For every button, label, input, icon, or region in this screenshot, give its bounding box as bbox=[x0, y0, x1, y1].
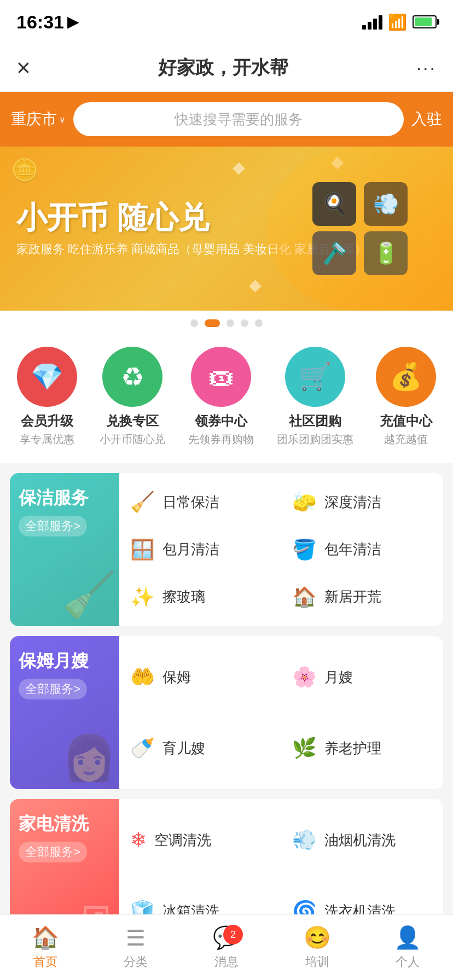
nav-bar: × 好家政，开水帮 ··· bbox=[0, 44, 453, 92]
ac-clean-label: 空调清洗 bbox=[154, 831, 211, 850]
service-title-jiadian: 家电清洗 bbox=[19, 812, 111, 836]
battery-icon bbox=[413, 15, 437, 28]
service-left-baomuyue[interactable]: 保姆月嫂 全部服务> 👩 bbox=[10, 636, 119, 789]
service-bg-icon-baomuyue: 👩 bbox=[62, 732, 117, 784]
service-title-baomuyue: 保姆月嫂 bbox=[19, 649, 111, 673]
nav-item-home[interactable]: 🏠 首页 bbox=[0, 925, 91, 970]
banner-diamond-icon-1: ◆ bbox=[233, 158, 245, 177]
service-section-baomuyue: 保姆月嫂 全部服务> 👩 🤲 保姆 🌸 月嫂 🍼 育儿嫂 🌿 养老护理 bbox=[10, 636, 443, 789]
nav-label-profile: 个人 bbox=[396, 954, 420, 970]
quick-sub-4: 越充越值 bbox=[384, 432, 428, 447]
service-left-baojie[interactable]: 保洁服务 全部服务> 🧹 bbox=[10, 473, 119, 626]
banner[interactable]: 小开币 随心兑 家政服务 吃住游乐养 商城商品（母婴用品 美妆日化 家居百货等）… bbox=[0, 147, 453, 311]
search-bar[interactable]: 快速搜寻需要的服务 bbox=[73, 102, 404, 136]
status-bar: 16:31 ▶ 📶 bbox=[0, 0, 453, 44]
yearly-clean-icon: 🪣 bbox=[292, 538, 317, 561]
register-button[interactable]: 入驻 bbox=[411, 109, 442, 130]
quick-sub-3: 团乐团购团实惠 bbox=[277, 432, 353, 447]
header-bar: 重庆市 ∨ 快速搜寻需要的服务 入驻 bbox=[0, 92, 453, 147]
service-item-daily-clean[interactable]: 🧹 日常保洁 bbox=[119, 479, 281, 526]
service-item-newhouse-clean[interactable]: 🏠 新居开荒 bbox=[281, 573, 443, 621]
service-all-btn-jiadian[interactable]: 全部服务> bbox=[19, 842, 87, 862]
page-title: 好家政，开水帮 bbox=[158, 55, 288, 80]
location-icon: ▶ bbox=[67, 14, 78, 31]
service-item-rangehood-clean[interactable]: 💨 油烟机清洗 bbox=[281, 804, 443, 876]
nav-item-message[interactable]: 💬 2 消息 bbox=[181, 925, 272, 970]
banner-dots bbox=[0, 311, 453, 336]
nav-label-training: 培训 bbox=[305, 954, 329, 970]
daily-clean-icon: 🧹 bbox=[130, 491, 155, 514]
banner-diamond-icon-3: ◆ bbox=[249, 275, 262, 294]
service-grid-baojie: 🧹 日常保洁 🧽 深度清洁 🪟 包月清洁 🪣 包年清洁 ✨ 擦玻璃 🏠 新 bbox=[119, 473, 443, 626]
nav-item-training[interactable]: 😊 培训 bbox=[272, 925, 363, 970]
dot-0[interactable] bbox=[190, 319, 198, 327]
service-section-baojie: 保洁服务 全部服务> 🧹 🧹 日常保洁 🧽 深度清洁 🪟 包月清洁 🪣 包年清洁 bbox=[10, 473, 443, 626]
nav-item-profile[interactable]: 👤 个人 bbox=[362, 925, 453, 970]
status-icons: 📶 bbox=[362, 13, 437, 31]
quick-item-2[interactable]: 🎟 领券中心 先领券再购物 bbox=[188, 347, 254, 447]
elderly-care-label: 养老护理 bbox=[324, 739, 381, 758]
quick-sub-2: 先领券再购物 bbox=[188, 432, 254, 447]
quick-label-0: 会员升级 bbox=[21, 412, 73, 430]
service-title-baojie: 保洁服务 bbox=[19, 486, 111, 510]
deep-clean-label: 深度清洁 bbox=[324, 493, 381, 512]
bottom-nav: 🏠 首页 ☰ 分类 💬 2 消息 😊 培训 👤 个人 bbox=[0, 914, 453, 980]
coupon-center-icon: 🎟 bbox=[191, 347, 251, 407]
banner-container: 小开币 随心兑 家政服务 吃住游乐养 商城商品（母婴用品 美妆日化 家居百货等）… bbox=[0, 147, 453, 336]
more-button[interactable]: ··· bbox=[416, 57, 437, 78]
quick-label-1: 兑换专区 bbox=[106, 412, 159, 430]
service-item-window-clean[interactable]: ✨ 擦玻璃 bbox=[119, 573, 281, 621]
elderly-care-icon: 🌿 bbox=[292, 737, 317, 760]
service-bg-icon-baojie: 🧹 bbox=[62, 569, 117, 621]
quick-item-1[interactable]: ♻ 兑换专区 小开币随心兑 bbox=[100, 347, 165, 447]
dot-1[interactable] bbox=[205, 319, 220, 327]
newhouse-clean-label: 新居开荒 bbox=[324, 587, 381, 606]
close-button[interactable]: × bbox=[16, 54, 31, 81]
dot-4[interactable] bbox=[255, 319, 263, 327]
city-arrow-icon: ∨ bbox=[59, 114, 66, 125]
recharge-center-icon: 💰 bbox=[376, 347, 436, 407]
city-label: 重庆市 bbox=[11, 109, 57, 130]
service-all-btn-baomuyue[interactable]: 全部服务> bbox=[19, 679, 87, 699]
yuersao-icon: 🍼 bbox=[130, 737, 155, 760]
quick-item-0[interactable]: 💎 会员升级 享专属优惠 bbox=[17, 347, 77, 447]
member-upgrade-icon: 💎 bbox=[17, 347, 77, 407]
service-item-monthly-clean[interactable]: 🪟 包月清洁 bbox=[119, 526, 281, 574]
monthly-clean-label: 包月清洁 bbox=[162, 540, 219, 559]
quick-icons-row: 💎 会员升级 享专属优惠 ♻ 兑换专区 小开币随心兑 🎟 领券中心 先领券再购物… bbox=[0, 336, 453, 463]
service-item-baomoo[interactable]: 🤲 保姆 bbox=[119, 641, 281, 713]
status-time: 16:31 ▶ bbox=[16, 11, 78, 33]
service-item-yuesao[interactable]: 🌸 月嫂 bbox=[281, 641, 443, 713]
nav-label-category: 分类 bbox=[124, 954, 148, 970]
city-selector[interactable]: 重庆市 ∨ bbox=[11, 109, 66, 130]
service-title-weixiu: 家电维修 bbox=[19, 975, 111, 980]
nav-item-category[interactable]: ☰ 分类 bbox=[91, 925, 182, 970]
time-display: 16:31 bbox=[16, 11, 64, 33]
quick-label-3: 社区团购 bbox=[289, 412, 341, 430]
monthly-clean-icon: 🪟 bbox=[130, 538, 155, 561]
quick-item-3[interactable]: 🛒 社区团购 团乐团购团实惠 bbox=[277, 347, 353, 447]
quick-item-4[interactable]: 💰 充值中心 越充越值 bbox=[376, 347, 436, 447]
category-icon: ☰ bbox=[126, 925, 146, 950]
quick-label-4: 充值中心 bbox=[380, 412, 432, 430]
service-item-yuersa[interactable]: 🍼 育儿嫂 bbox=[119, 713, 281, 784]
message-badge: 2 bbox=[223, 925, 243, 944]
service-grid-baomuyue: 🤲 保姆 🌸 月嫂 🍼 育儿嫂 🌿 养老护理 bbox=[119, 636, 443, 789]
exchange-zone-icon: ♻ bbox=[102, 347, 162, 407]
baomoo-label: 保姆 bbox=[162, 668, 191, 687]
service-item-ac-clean[interactable]: ❄ 空调清洗 bbox=[119, 804, 281, 876]
service-item-yearly-clean[interactable]: 🪣 包年清洁 bbox=[281, 526, 443, 574]
rangehood-clean-icon: 💨 bbox=[292, 829, 317, 851]
banner-products-area: 🍳 💨 🪒 🔋 bbox=[267, 147, 453, 311]
window-clean-icon: ✨ bbox=[130, 586, 155, 609]
service-item-deep-clean[interactable]: 🧽 深度清洁 bbox=[281, 479, 443, 526]
dot-3[interactable] bbox=[241, 319, 248, 327]
search-placeholder: 快速搜寻需要的服务 bbox=[175, 110, 303, 129]
yearly-clean-label: 包年清洁 bbox=[324, 540, 381, 559]
dot-2[interactable] bbox=[226, 319, 234, 327]
rangehood-clean-label: 油烟机清洗 bbox=[324, 831, 396, 850]
nav-label-message: 消息 bbox=[214, 954, 239, 970]
baomoo-icon: 🤲 bbox=[130, 666, 155, 689]
service-all-btn-baojie[interactable]: 全部服务> bbox=[19, 516, 87, 536]
service-item-elderly-care[interactable]: 🌿 养老护理 bbox=[281, 713, 443, 784]
